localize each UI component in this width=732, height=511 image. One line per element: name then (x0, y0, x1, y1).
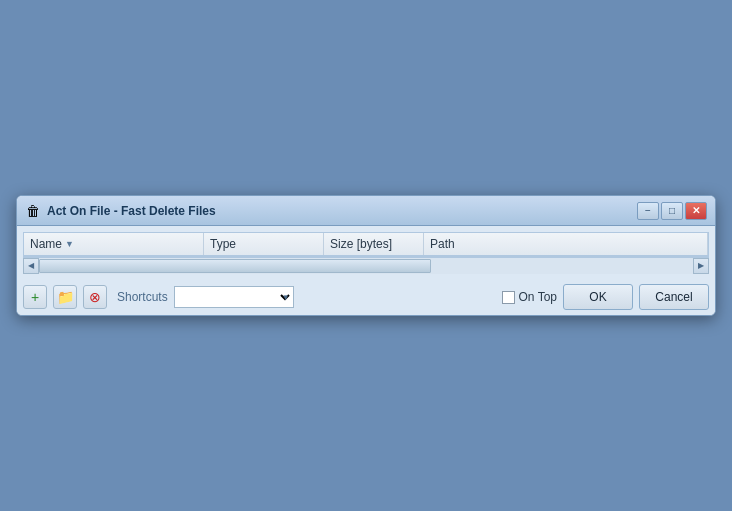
column-header-name[interactable]: Name ▼ (24, 233, 204, 255)
shortcuts-label: Shortcuts (117, 290, 168, 304)
app-icon: 🗑 (25, 203, 41, 219)
on-top-area: On Top (502, 290, 557, 304)
column-header-type[interactable]: Type (204, 233, 324, 255)
bottom-bar: + 📁 ⊗ Shortcuts On Top OK Cancel (17, 279, 715, 315)
window-title: Act On File - Fast Delete Files (47, 204, 637, 218)
add-file-button[interactable]: + (23, 285, 47, 309)
window-controls: − □ ✕ (637, 202, 707, 220)
add-folder-button[interactable]: 📁 (53, 285, 77, 309)
close-button[interactable]: ✕ (685, 202, 707, 220)
on-top-checkbox[interactable] (502, 291, 515, 304)
scroll-thumb[interactable] (39, 259, 431, 273)
maximize-button[interactable]: □ (661, 202, 683, 220)
title-bar: 🗑 Act On File - Fast Delete Files − □ ✕ (17, 196, 715, 226)
shortcuts-dropdown-wrapper[interactable] (174, 286, 294, 308)
remove-button[interactable]: ⊗ (83, 285, 107, 309)
content-area: Name ▼ Type Size [bytes] Path (17, 226, 715, 279)
scroll-right-button[interactable]: ▶ (693, 258, 709, 274)
scroll-track[interactable] (39, 258, 693, 274)
cancel-button[interactable]: Cancel (639, 284, 709, 310)
sort-arrow-icon: ▼ (65, 239, 74, 249)
on-top-label: On Top (519, 290, 557, 304)
horizontal-scrollbar[interactable]: ◀ ▶ (23, 257, 709, 273)
ok-button[interactable]: OK (563, 284, 633, 310)
table-header: Name ▼ Type Size [bytes] Path (24, 233, 708, 256)
minimize-button[interactable]: − (637, 202, 659, 220)
file-table: Name ▼ Type Size [bytes] Path (23, 232, 709, 257)
shortcuts-dropdown[interactable] (174, 286, 294, 308)
scroll-left-button[interactable]: ◀ (23, 258, 39, 274)
column-header-size[interactable]: Size [bytes] (324, 233, 424, 255)
column-header-path[interactable]: Path (424, 233, 708, 255)
main-window: 🗑 Act On File - Fast Delete Files − □ ✕ … (16, 195, 716, 316)
